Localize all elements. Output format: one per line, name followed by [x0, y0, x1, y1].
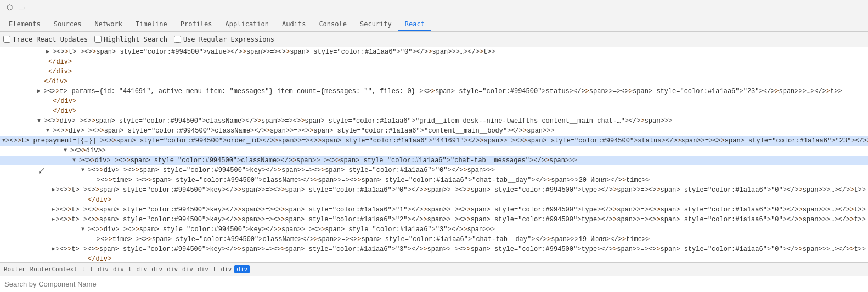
options-bar: Trace React Updates Highlight Search Use… [0, 32, 868, 47]
tree-line[interactable]: </div> [0, 67, 868, 77]
tab-sources[interactable]: Sources [47, 18, 88, 31]
breadcrumb-item-div-9[interactable]: div [165, 266, 179, 273]
tree-toggle-arrow[interactable]: ▼ [37, 116, 44, 126]
tree-node-content: ><>>time> ><>>span> style="color:#994500… [97, 234, 650, 244]
trace-react-updates-text: Trace React Updates [13, 36, 88, 43]
breadcrumb-item-div-5[interactable]: div [111, 266, 126, 273]
tree-line[interactable]: </div> [0, 106, 868, 116]
tree-line[interactable]: ▶><>>t> params={id: "441691", active_men… [0, 87, 868, 96]
tree-line[interactable]: ▼><>>div> ><>>span> style="color:#994500… [0, 165, 868, 175]
tree-node-content: ><>>div> ><>>span> style="color:#994500"… [88, 165, 495, 175]
tab-network[interactable]: Network [88, 18, 129, 31]
tree-line[interactable]: ▶><>>t> ><>>span> style="color:#994500">… [0, 47, 868, 57]
tree-toggle-arrow[interactable]: ▶ [46, 47, 53, 57]
tree-toggle-arrow[interactable]: ▼ [64, 146, 70, 156]
search-input[interactable] [4, 280, 864, 288]
tabs-row: ElementsSourcesNetworkTimelineProfilesAp… [0, 15, 868, 32]
breadcrumb-item-div-14[interactable]: div [234, 265, 250, 273]
tree-toggle-arrow[interactable]: ▶ [52, 185, 56, 195]
tree-node-content: ><>>t> ><>>span> style="color:#994500">k… [56, 185, 866, 195]
breadcrumb-item-div-8[interactable]: div [150, 266, 164, 273]
tree-toggle-arrow[interactable]: ▶ [52, 244, 56, 254]
tree-line[interactable]: ▼><>>t> prepayment=[{…}] ><>>span> style… [0, 136, 868, 146]
tree-line[interactable]: </div> [0, 77, 868, 87]
tree-line[interactable]: ▶><>>t> ><>>span> style="color:#994500">… [0, 205, 868, 215]
trace-react-updates-label[interactable]: Trace React Updates [3, 36, 88, 43]
tab-security[interactable]: Security [353, 18, 398, 31]
tree-line[interactable]: </div> [0, 57, 868, 67]
breadcrumb-item-div-13[interactable]: div [219, 266, 233, 273]
tree-node-content: </div> [48, 57, 72, 67]
tree-line[interactable]: ▼><>>div>> [0, 146, 868, 156]
tree-toggle-arrow[interactable]: ▶ [52, 205, 56, 215]
tree-toggle-arrow[interactable]: ▼ [81, 225, 88, 234]
tree-toggle-arrow[interactable]: ▼ [72, 156, 79, 165]
tree-node-content: </div> [53, 96, 76, 106]
tab-profiles[interactable]: Profiles [174, 18, 219, 31]
trace-react-updates-checkbox[interactable] [3, 36, 10, 43]
tab-elements[interactable]: Elements [2, 18, 47, 31]
breadcrumb-item-t-12[interactable]: t [211, 266, 218, 273]
tree-node-content: ><>>div>> [70, 146, 106, 156]
tree-node-content: </div> [53, 106, 76, 116]
highlight-search-checkbox[interactable] [94, 36, 102, 43]
tree-node-content: </div> [88, 195, 111, 205]
breadcrumb-item-div-11[interactable]: div [196, 266, 210, 273]
breadcrumb-item-t-3[interactable]: t [88, 266, 95, 273]
tree-toggle-arrow[interactable]: ▼ [81, 165, 88, 175]
breadcrumb-item-div-10[interactable]: div [181, 266, 195, 273]
tree-node-content: </div> [88, 254, 111, 262]
tree-node-content: ><>>t> params={id: "441691", active_menu… [44, 87, 842, 96]
tab-console[interactable]: Console [312, 18, 353, 31]
tree-node-content: ><>>div> ><>>span> style="color:#994500"… [79, 156, 577, 165]
tree-node-content: ><>>div> ><>>span> style="color:#994500"… [44, 116, 672, 126]
tree-line[interactable]: ><>>time> ><>>span> style="color:#994500… [0, 234, 868, 244]
tree-line[interactable]: ▼><>>div> ><>>span> style="color:#994500… [0, 116, 868, 126]
use-regex-label[interactable]: Use Regular Expressions [174, 36, 274, 43]
use-regex-text: Use Regular Expressions [183, 36, 274, 43]
tree-line[interactable]: ▼><>>div> ><>>span> style="color:#994500… [0, 225, 868, 234]
tree-line[interactable]: </div> [0, 254, 868, 262]
tree-toggle-arrow[interactable]: ▼ [46, 126, 53, 136]
breadcrumb-item-router-0[interactable]: Router [2, 266, 27, 273]
tree-node-content: ><>>div> ><>>span> style="color:#994500"… [88, 225, 495, 234]
tree-node-content: ><>>t> ><>>span> style="color:#994500">k… [56, 244, 866, 254]
tree-node-content: ><>>t> prepayment=[{…}] ><>>span> style=… [5, 136, 868, 146]
tree-node-content: </div> [48, 67, 72, 77]
tab-react[interactable]: React [398, 18, 431, 31]
tree-line[interactable]: </div> [0, 96, 868, 106]
tree-toggle-arrow[interactable]: ▶ [52, 215, 56, 225]
tree-line[interactable]: ▶><>>t> ><>>span> style="color:#994500">… [0, 215, 868, 225]
use-regex-checkbox[interactable] [174, 36, 181, 43]
tree-node-content: ><>>t> ><>>span> style="color:#994500">k… [56, 205, 866, 215]
tab-application[interactable]: Application [219, 18, 275, 31]
breadcrumb-bar: Router RouterContext t t div div t div d… [0, 262, 868, 276]
tree-line[interactable]: ▶><>>t> ><>>span> style="color:#994500">… [0, 244, 868, 254]
tree-toggle-arrow[interactable]: ▶ [37, 87, 44, 96]
inspect-icon[interactable]: ⬡ [3, 2, 15, 14]
tree-node-content: ><>>t> ><>>span> style="color:#994500">k… [56, 215, 866, 225]
devtools-toolbar: ⬡ ▭ [0, 0, 868, 15]
device-icon[interactable]: ▭ [15, 2, 27, 14]
tree-node-content: </div> [44, 77, 67, 87]
tree-line[interactable]: ><>>time> ><>>span> style="color:#994500… [0, 175, 868, 185]
breadcrumb-item-div-4[interactable]: div [96, 266, 110, 273]
tab-audits[interactable]: Audits [275, 18, 312, 31]
breadcrumb-item-div-7[interactable]: div [134, 266, 149, 273]
tab-timeline[interactable]: Timeline [129, 18, 174, 31]
breadcrumb-item-t-6[interactable]: t [127, 266, 134, 273]
tree-node-content: ><>>time> ><>>span> style="color:#994500… [97, 175, 650, 185]
breadcrumb-item-t-2[interactable]: t [80, 266, 87, 273]
tree-line[interactable]: ▼><>>div> ><>>span> style="color:#994500… [0, 156, 868, 165]
tree-line[interactable]: ▶><>>t> ><>>span> style="color:#994500">… [0, 185, 868, 195]
highlight-search-text: Highlight Search [104, 36, 167, 43]
main-content[interactable]: ▶><>>t> ><>>span> style="color:#994500">… [0, 47, 868, 262]
breadcrumb-item-routercontext-1[interactable]: RouterContext [29, 266, 79, 273]
tree-node-content: ><>>div> ><>>span> style="color:#994500"… [53, 126, 555, 136]
search-bar [0, 276, 868, 292]
tree-line[interactable]: ▼><>>div> ><>>span> style="color:#994500… [0, 126, 868, 136]
highlight-search-label[interactable]: Highlight Search [94, 36, 167, 43]
tree-node-content: ><>>t> ><>>span> style="color:#994500">v… [53, 47, 495, 57]
tree-line[interactable]: </div> [0, 195, 868, 205]
content-wrapper: ▶><>>t> ><>>span> style="color:#994500">… [0, 47, 868, 262]
